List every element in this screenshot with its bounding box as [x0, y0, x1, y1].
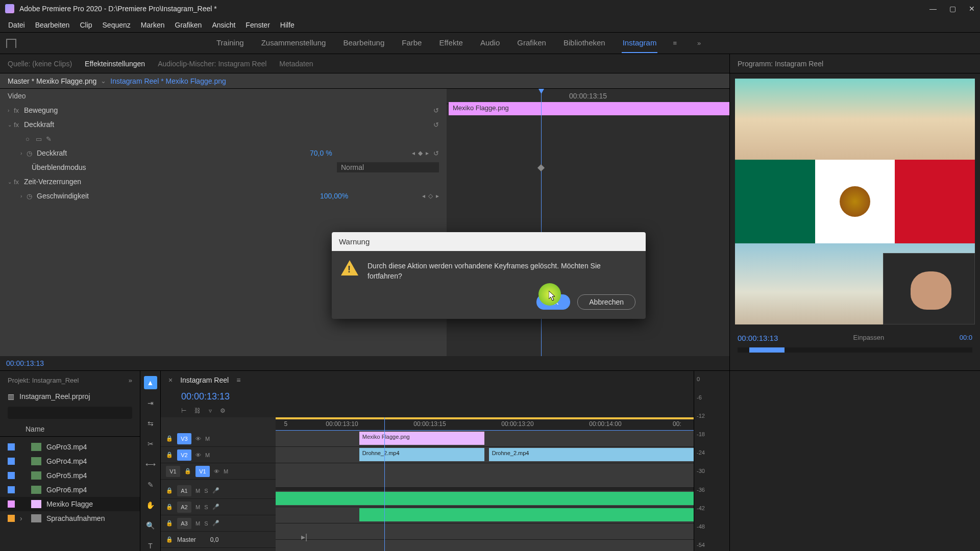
sequence-name[interactable]: Instagram Reel — [180, 376, 229, 384]
menu-sequenz[interactable]: Sequenz — [97, 18, 136, 32]
prop-opacity-group[interactable]: Deckkraft — [24, 120, 429, 129]
twirl-icon[interactable]: › — [20, 151, 27, 156]
clip-audio-a1[interactable] — [276, 492, 694, 505]
chevron-down-icon[interactable]: ⌄ — [101, 77, 106, 85]
ec-master-clip[interactable]: Master * Mexiko Flagge.png — [8, 77, 96, 85]
clip-drohne-right[interactable]: Drohne_2.mp4 — [489, 448, 694, 461]
twirl-icon[interactable]: › — [20, 193, 27, 199]
menu-bearbeiten[interactable]: Bearbeiten — [30, 18, 75, 32]
track-master[interactable]: Master — [177, 536, 196, 543]
program-viewport[interactable] — [735, 79, 975, 324]
track-v1-target[interactable]: V1 — [195, 466, 210, 477]
program-title[interactable]: Programm: Instagram Reel — [738, 60, 823, 68]
kf-add-icon[interactable]: ◆ — [418, 149, 423, 157]
tab-audio-mixer[interactable]: Audioclip-Mischer: Instagram Reel — [158, 60, 266, 68]
menu-datei[interactable]: Datei — [3, 18, 30, 32]
kf-next-icon[interactable]: ▸ — [436, 192, 439, 199]
home-icon[interactable] — [6, 39, 16, 48]
tab-source[interactable]: Quelle: (keine Clips) — [8, 60, 72, 68]
clip-drohne-left[interactable]: Drohne_2.mp4 — [359, 448, 485, 461]
prop-blendmode-value[interactable]: Normal — [337, 162, 439, 172]
prop-opacity-value[interactable]: 70,0 % — [310, 149, 412, 157]
track-v3-target[interactable]: V3 — [177, 433, 191, 444]
track-v2-target[interactable]: V2 — [177, 449, 191, 461]
kf-add-icon[interactable]: ◇ — [428, 192, 433, 199]
prop-opacity[interactable]: Deckkraft — [37, 149, 310, 157]
tab-effect-controls[interactable]: Effekteinstellungen — [85, 60, 145, 68]
mask-pen-icon[interactable]: ✎ — [46, 135, 56, 143]
workspace-bibliotheken[interactable]: Bibliotheken — [562, 33, 606, 53]
workspace-training[interactable]: Training — [215, 33, 245, 53]
menu-hilfe[interactable]: Hilfe — [275, 18, 300, 32]
maximize-button[interactable]: ▢ — [949, 5, 956, 13]
stopwatch-icon[interactable]: ◷ — [27, 149, 37, 157]
program-timecode[interactable]: 00:00:13:13 — [738, 334, 778, 342]
twirl-icon[interactable]: › — [8, 108, 14, 113]
workspace-more-icon[interactable]: » — [697, 39, 701, 47]
selection-tool-icon[interactable]: ▲ — [144, 376, 157, 389]
minimize-button[interactable]: — — [929, 5, 937, 13]
prop-speed[interactable]: Geschwindigkeit — [37, 192, 320, 200]
twirl-icon[interactable]: ⌄ — [8, 179, 14, 185]
project-item[interactable]: GoPro4.mp4 — [0, 454, 140, 468]
ok-button[interactable]: OK — [536, 294, 570, 310]
clip-audio-a2[interactable] — [359, 508, 694, 521]
prop-speed-value[interactable]: 100,00% — [320, 192, 422, 200]
type-tool-icon[interactable]: T — [144, 539, 157, 551]
menu-clip[interactable]: Clip — [75, 18, 97, 32]
prop-timeremap[interactable]: Zeit-Verzerrungen — [24, 178, 439, 186]
workspace-bearbeitung[interactable]: Bearbeitung — [342, 33, 385, 53]
kf-prev-icon[interactable]: ◂ — [412, 149, 415, 157]
settings-icon[interactable]: ⚙ — [220, 407, 226, 414]
workspace-instagram[interactable]: Instagram — [622, 33, 658, 53]
prop-motion[interactable]: Bewegung — [24, 106, 429, 114]
hand-tool-icon[interactable]: ✋ — [144, 498, 157, 512]
timeline-timecode[interactable]: 00:00:13:13 — [161, 389, 694, 404]
kf-prev-icon[interactable]: ◂ — [422, 192, 425, 199]
project-item[interactable]: GoPro6.mp4 — [0, 483, 140, 497]
tab-metadata[interactable]: Metadaten — [279, 60, 313, 68]
fx-icon[interactable]: fx — [14, 121, 24, 129]
cancel-button[interactable]: Abbrechen — [577, 294, 635, 310]
project-tab[interactable]: Projekt: Instagram_Reel — [8, 377, 79, 384]
track-a1-target[interactable]: A1 — [177, 485, 191, 496]
fx-icon[interactable]: fx — [14, 178, 24, 186]
twirl-icon[interactable]: ⌄ — [8, 122, 14, 128]
menu-marken[interactable]: Marken — [136, 18, 170, 32]
marker-icon[interactable]: ▿ — [209, 407, 212, 414]
linked-selection-icon[interactable]: ⛓ — [194, 407, 201, 414]
timeline-skip-forward-icon[interactable]: ▸| — [301, 532, 307, 542]
timeline-playhead[interactable] — [384, 417, 385, 551]
project-search-input[interactable] — [8, 407, 132, 419]
mask-rect-icon[interactable]: ▭ — [36, 135, 46, 143]
menu-grafiken[interactable]: Grafiken — [170, 18, 207, 32]
close-sequence-icon[interactable]: × — [168, 376, 173, 384]
reset-icon[interactable]: ↺ — [429, 107, 439, 114]
project-item[interactable]: GoPro5.mp4 — [0, 468, 140, 483]
prop-blendmode[interactable]: Überblendmodus — [32, 163, 337, 171]
menu-fenster[interactable]: Fenster — [240, 18, 275, 32]
program-fit[interactable]: Einpassen — [853, 334, 885, 342]
track-a2-target[interactable]: A2 — [177, 502, 191, 513]
ec-sequence-clip[interactable]: Instagram Reel * Mexiko Flagge.png — [110, 77, 226, 85]
stopwatch-icon[interactable]: ◷ — [27, 192, 37, 200]
zoom-tool-icon[interactable]: 🔍 — [144, 519, 157, 532]
close-button[interactable]: ✕ — [969, 5, 975, 13]
slip-tool-icon[interactable]: ⟷ — [144, 458, 157, 471]
track-lock-icon[interactable]: 🔒 — [166, 452, 173, 458]
clip-mexiko-flagge[interactable]: Mexiko Flagge.png — [359, 432, 485, 445]
workspace-audio[interactable]: Audio — [479, 33, 501, 53]
panel-expand-icon[interactable]: » — [129, 377, 132, 384]
timeline-ruler[interactable]: 5 00:00:13:10 00:00:13:15 00:00:13:20 00… — [276, 417, 694, 431]
project-column-name[interactable]: Name — [0, 422, 140, 437]
track-v1-source[interactable]: V1 — [166, 466, 180, 477]
track-select-tool-icon[interactable]: ⇥ — [144, 396, 157, 410]
fx-icon[interactable]: fx — [14, 107, 24, 114]
menu-ansicht[interactable]: Ansicht — [207, 18, 240, 32]
workspace-effekte[interactable]: Effekte — [438, 33, 463, 53]
snap-icon[interactable]: ⊢ — [181, 407, 186, 414]
reset-icon[interactable]: ↺ — [429, 149, 439, 157]
ripple-edit-tool-icon[interactable]: ⇆ — [144, 417, 157, 430]
project-item-bin[interactable]: ›Sprachaufnahmen — [0, 511, 140, 525]
razor-tool-icon[interactable]: ✂ — [144, 437, 157, 450]
